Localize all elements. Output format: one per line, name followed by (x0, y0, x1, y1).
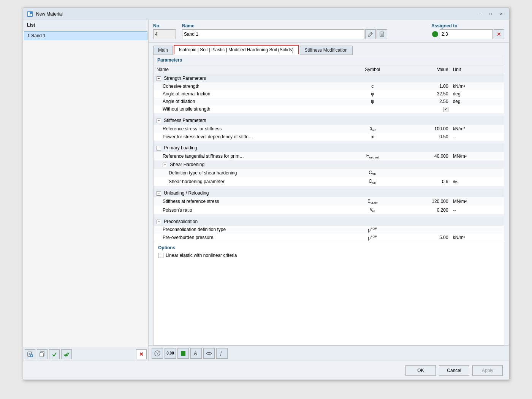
dilation-value[interactable]: 2.50 (399, 98, 451, 105)
deftype-value[interactable] (399, 169, 451, 177)
check2-button[interactable] (61, 349, 72, 359)
assigned-input-row: ✕ (431, 29, 504, 39)
tab-stiffness-mod[interactable]: Stiffness Modification (300, 46, 353, 55)
table-row: Definition type of shear hardening CSH (154, 169, 504, 177)
preoverburden-name: Pre-overburden pressure (154, 234, 346, 242)
assigned-to-input[interactable] (440, 29, 493, 39)
tab-isotropic[interactable]: Isotropic | Soil | Plastic | Modified Ha… (174, 45, 299, 55)
shearparam-symbol: CSH (346, 177, 399, 186)
shearparam-name: Shear hardening parameter (154, 177, 346, 186)
svg-rect-10 (40, 353, 43, 357)
new-material-button[interactable] (25, 349, 35, 359)
delete-material-button[interactable]: ✕ (136, 349, 147, 359)
tensile-checkbox[interactable]: ✓ (443, 107, 448, 112)
no-input[interactable] (153, 29, 176, 39)
preoverburden-value[interactable]: 5.00 (399, 234, 451, 242)
subsection-shear-header: − Shear Hardening (154, 160, 504, 169)
table-row: Shear hardening parameter CSH 0.6 ‰ (154, 177, 504, 186)
stiffness-ref-value[interactable]: 120.000 (399, 197, 451, 206)
section-stiffness-header: − Stiffness Parameters (154, 116, 504, 125)
table-row: Reference tangential stiffness for prim…… (154, 152, 504, 160)
list-item[interactable]: 1 Sand 1 (24, 31, 147, 40)
copy-material-button[interactable] (37, 349, 48, 359)
value-button[interactable]: 0.00 (165, 348, 176, 359)
options-header: Options (158, 245, 499, 250)
no-group: No. (153, 23, 176, 39)
dialog-footer: OK Cancel Apply (23, 361, 509, 380)
unloading-expand-icon[interactable]: − (157, 191, 161, 196)
main-area: No. Name (149, 20, 509, 361)
assigned-clear-button[interactable]: ✕ (494, 29, 504, 39)
reftangential-value[interactable]: 40.000 (399, 152, 451, 160)
stiffness-expand-icon[interactable]: − (157, 119, 161, 123)
option-row: Linear elastic with nonlinear criteria (158, 253, 499, 258)
precons-deftype-value[interactable] (399, 226, 451, 234)
precons-deftype-name: Preconsolidation definition type (154, 226, 346, 234)
close-button[interactable]: ✕ (497, 10, 506, 18)
precons-expand-icon[interactable]: − (157, 220, 161, 224)
tab-main[interactable]: Main (153, 46, 173, 55)
friction-name: Angle of internal friction (154, 90, 346, 98)
ok-button[interactable]: OK (405, 365, 436, 376)
poisson-value[interactable]: 0.200 (399, 206, 451, 214)
assigned-to-area: Assigned to ✕ (431, 23, 504, 39)
options-area: Options Linear elastic with nonlinear cr… (154, 242, 504, 261)
section-unloading-header: − Unloading / Reloading (154, 189, 504, 197)
friction-value[interactable]: 32.50 (399, 90, 451, 98)
left-panel: List 1 Sand 1 (23, 20, 149, 361)
cancel-button[interactable]: Cancel (439, 365, 469, 376)
top-form: No. Name (149, 20, 509, 43)
help-button[interactable]: ? (152, 348, 163, 359)
list-header: List (23, 20, 148, 30)
cohesive-name: Cohesive strength (154, 82, 346, 90)
window-title: New Material (36, 11, 475, 17)
apply-button[interactable]: Apply (472, 365, 503, 376)
titlebar: New Material − □ ✕ (23, 8, 509, 20)
refstress-name: Reference stress for stiffness (154, 125, 346, 133)
precons-deftype-unit (451, 226, 504, 234)
cohesive-value[interactable]: 1.00 (399, 82, 451, 90)
refstress-value[interactable]: 100.00 (399, 125, 451, 133)
table-row: Stiffness at reference stress Eur,ref 12… (154, 197, 504, 206)
dilation-name: Angle of dilation (154, 98, 346, 105)
parameters-header: Parameters (154, 55, 504, 65)
friction-unit: deg (451, 90, 504, 98)
stiffness-section-label: Stiffness Parameters (164, 118, 206, 123)
precons-section-label: Preconsolidation (164, 219, 198, 224)
table-row: Angle of internal friction φ 32.50 deg (154, 90, 504, 98)
shearparam-value[interactable]: 0.6 (399, 177, 451, 186)
friction-symbol: φ (346, 90, 399, 98)
assigned-to-label: Assigned to (431, 23, 504, 28)
cohesive-symbol: c (346, 82, 399, 90)
function-button[interactable]: ƒ (216, 348, 228, 359)
minimize-button[interactable]: − (475, 10, 484, 18)
book-icon-button[interactable] (377, 29, 387, 39)
reftangential-symbol: Eoed,ref (346, 152, 399, 160)
section-precons-header: − Preconsolidation (154, 217, 504, 226)
poisson-symbol: vur (346, 206, 399, 214)
linear-elastic-checkbox[interactable] (158, 253, 163, 258)
maximize-button[interactable]: □ (486, 10, 495, 18)
table-row: Poisson's ratio vur 0.200 -- (154, 206, 504, 214)
eye-button[interactable] (203, 348, 215, 359)
tensile-checkbox-cell[interactable]: ✓ (399, 105, 451, 113)
check-button[interactable] (49, 349, 60, 359)
titlebar-buttons: − □ ✕ (475, 10, 506, 18)
strength-expand-icon[interactable]: − (157, 76, 161, 81)
primary-expand-icon[interactable]: − (157, 146, 161, 150)
svg-text:ƒ: ƒ (220, 351, 222, 356)
edit-icon-button[interactable] (365, 29, 376, 39)
preoverburden-symbol: pPOP (346, 234, 399, 242)
name-input[interactable] (182, 29, 364, 39)
green-rect-button[interactable] (177, 348, 189, 359)
precons-deftype-symbol: pPOP (346, 226, 399, 234)
col-header-value: Value (399, 65, 451, 74)
tensile-name: Without tensile strength (154, 105, 346, 113)
power-value[interactable]: 0.50 (399, 133, 451, 141)
text-button[interactable]: A (190, 348, 202, 359)
shear-expand-icon[interactable]: − (163, 163, 167, 167)
table-row: Angle of dilation ψ 2.50 deg (154, 98, 504, 105)
svg-point-19 (208, 352, 210, 354)
parameters-table: Name Symbol Value Unit − Strength Parame… (154, 65, 504, 242)
bottom-toolbar: ? 0.00 A (149, 345, 509, 361)
